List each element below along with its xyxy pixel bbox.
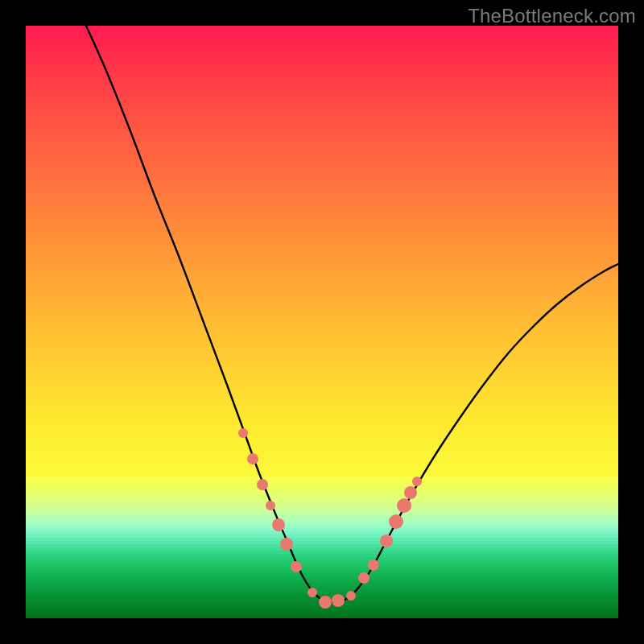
marker-dot	[319, 596, 332, 609]
marker-dot	[368, 559, 379, 571]
marker-dot	[332, 594, 345, 607]
curve-layer	[26, 26, 618, 618]
marker-dot	[308, 588, 317, 597]
chart-frame: TheBottleneck.com	[0, 0, 644, 644]
marker-dot	[272, 518, 285, 531]
marker-dot	[380, 535, 393, 547]
marker-dot	[346, 591, 356, 601]
marker-dot	[266, 501, 275, 510]
marker-dot	[291, 561, 302, 572]
marker-dots-group	[238, 428, 422, 609]
marker-dot	[397, 498, 411, 513]
marker-dot	[238, 428, 248, 438]
plot-area	[26, 26, 618, 618]
marker-dot	[412, 477, 422, 486]
marker-dot	[257, 479, 268, 490]
marker-dot	[404, 486, 417, 499]
bottleneck-curve	[86, 26, 618, 602]
watermark-text: TheBottleneck.com	[468, 5, 636, 27]
marker-dot	[389, 514, 403, 529]
marker-dot	[358, 572, 369, 584]
marker-dot	[247, 453, 258, 464]
marker-dot	[280, 538, 293, 551]
